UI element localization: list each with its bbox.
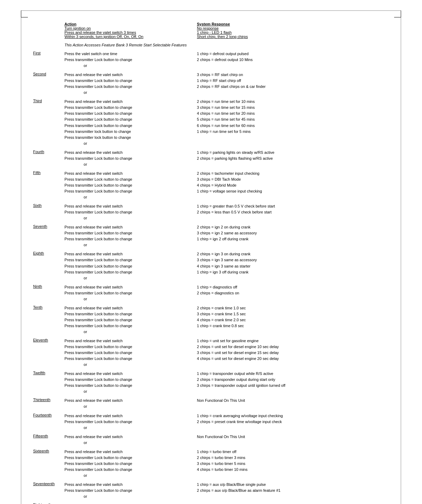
main-table: Action Turn ignition on Press and releas… (32, 21, 390, 504)
entry-action: Press and release the valet switchPress … (63, 412, 195, 431)
table-row: SeventeenthPress and release the valet s… (32, 481, 390, 500)
entry-label: Fifteenth (32, 433, 63, 446)
entry-response: 1 chirp = diagnostics off2 chirps = diag… (195, 283, 390, 303)
entry-label: Seventh (32, 223, 63, 249)
entry-response: 1 chirp = aux o/p Black/Blue single puls… (195, 481, 390, 500)
entry-action: Press and release the valet switchPress … (63, 283, 195, 303)
table-row: FifthPress and release the valet switchP… (32, 170, 390, 201)
entry-action: Press and release the valet switchPress … (63, 149, 195, 168)
entry-label: Eleventh (32, 337, 63, 368)
intro-response-1: No response (197, 26, 218, 30)
page-container: Action Turn ignition on Press and releas… (21, 10, 401, 504)
table-row: FourteenthPress and release the valet sw… (32, 412, 390, 431)
entry-response: 1 chirp = transponder output while R/S a… (195, 370, 390, 395)
table-row: ThirteenthPress and release the valet sw… (32, 397, 390, 410)
entry-action: Press and release the valet switchPress … (63, 304, 195, 336)
entry-label: Ninth (32, 283, 63, 303)
entry-response: Non Functional On This Unit (195, 433, 390, 446)
entry-action: Press and release the valet switchPress … (63, 98, 195, 147)
entry-label: Eighteenth (32, 502, 63, 504)
entry-response: 3 chirps = RF start chirp on1 chirp = RF… (195, 71, 390, 96)
entry-response: 2 chirps = run time set for 10 mins3 chi… (195, 98, 390, 147)
entry-action: Press and release the valet switchor (63, 433, 195, 446)
entry-response: 1 chirp = crank averaging w/voltage inpu… (195, 412, 390, 431)
entry-action: Press and release the valet switchPress … (63, 481, 195, 500)
header-action-col: Action Turn ignition on Press and releas… (63, 21, 195, 41)
entry-label: Tenth (32, 304, 63, 336)
entry-action: Press and release the valet switchPress … (63, 448, 195, 479)
entry-action: Press the valet switch one timePress tra… (63, 50, 195, 69)
intro-action-3: Within 3 seconds, turn ignition Off, On,… (64, 35, 143, 39)
entry-label: Eighth (32, 250, 63, 281)
entry-response: 2 chirps = crank time 1.0 sec3 chirps = … (195, 304, 390, 336)
entry-action: Press and release the valet switchPress … (63, 170, 195, 201)
corner-tr (394, 10, 401, 17)
entry-action: Press and release the valet switchor (63, 397, 195, 410)
table-row: SixteenthPress and release the valet swi… (32, 448, 390, 479)
entry-label: Thirteenth (32, 397, 63, 410)
entry-label: Sixth (32, 202, 63, 222)
entry-response: 2 chirps = tachometer input checking3 ch… (195, 170, 390, 201)
entry-label: Fourteenth (32, 412, 63, 431)
feature-bank-text: This Action Accesses Feature Bank 3 Remo… (63, 41, 390, 50)
table-row: TwelfthPress and release the valet switc… (32, 370, 390, 395)
entry-label: Fourth (32, 149, 63, 168)
entry-action: Press and release the valet switchPress … (63, 337, 195, 368)
intro-response-3: Short chirp, then 2 long chirps (197, 35, 248, 39)
entry-action: Press and release the valet switchPress … (63, 223, 195, 249)
table-row: ThirdPress and release the valet switchP… (32, 98, 390, 147)
entry-response: 1 chirp = unit set for gasoline engine2 … (195, 337, 390, 368)
header-label-col (32, 21, 63, 41)
entry-label: First (32, 50, 63, 69)
intro-action-1: Turn ignition on (64, 26, 91, 30)
entry-label: Seventeenth (32, 481, 63, 500)
entry-label: Second (32, 71, 63, 96)
table-row: FirstPress the valet switch one timePres… (32, 50, 390, 69)
table-row: FifteenthPress and release the valet swi… (32, 433, 390, 446)
entry-action: Press and release the valet switchPress … (63, 250, 195, 281)
action-header: Action (64, 22, 76, 26)
table-row: SeventhPress and release the valet switc… (32, 223, 390, 249)
table-row: EighthPress and release the valet switch… (32, 250, 390, 281)
entry-label: Twelfth (32, 370, 63, 395)
intro-response-2: 1 chirp - LED 1 flash (197, 30, 232, 35)
table-row: FourthPress and release the valet switch… (32, 149, 390, 168)
feature-bank-row: This Action Accesses Feature Bank 3 Remo… (32, 41, 390, 50)
entry-label: Fifth (32, 170, 63, 201)
entry-action: Press and release the valet switchPress … (63, 370, 195, 395)
header-response-col: System Response No response 1 chirp - LE… (195, 21, 390, 41)
table-row: EighteenthPress and release the valet sw… (32, 502, 390, 504)
table-row: EleventhPress and release the valet swit… (32, 337, 390, 368)
entry-response: 1 chirp = double press to start2 chirps … (195, 502, 390, 504)
table-row: SecondPress and release the valet switch… (32, 71, 390, 96)
entry-action: Press and release the valet switchPress … (63, 71, 195, 96)
intro-action-2: Press and release the valet switch 3 tim… (64, 30, 136, 35)
entry-label: Sixteenth (32, 448, 63, 479)
table-row: SixthPress and release the valet switchP… (32, 202, 390, 222)
response-header: System Response (197, 22, 230, 26)
table-row: TenthPress and release the valet switchP… (32, 304, 390, 336)
entry-response: 1 chirp = greater than 0.5 V check befor… (195, 202, 390, 222)
corner-tl (21, 10, 28, 17)
entry-response: 2 chirps = ign 2 on during crank3 chirps… (195, 223, 390, 249)
table-header: Action Turn ignition on Press and releas… (32, 21, 390, 41)
entry-label: Third (32, 98, 63, 147)
entry-response: 1 chirp = parking lights on steady w/RS … (195, 149, 390, 168)
entry-response: Non Functional On This Unit (195, 397, 390, 410)
entry-action: Press and release the valet switchPress … (63, 502, 195, 504)
entry-response: 1 chirp = turbo timer off2 chirps = turb… (195, 448, 390, 479)
entry-response: 1 chirp = defrost output pulsed2 chirps … (195, 50, 390, 69)
entry-action: Press and release the valet switchPress … (63, 202, 195, 222)
entry-response: 2 chirps = ign 3 on during crank3 chirps… (195, 250, 390, 281)
table-row: NinthPress and release the valet switchP… (32, 283, 390, 303)
